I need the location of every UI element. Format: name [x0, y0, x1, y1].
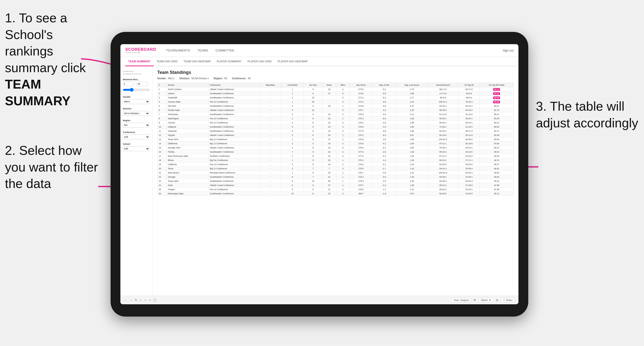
col-vs-top25: Vs Top 25: [458, 83, 480, 87]
cell-avg-to-par: -5.2: [372, 87, 396, 92]
main-nav: TOURNAMENTS TEAMS COMMITTEE: [166, 48, 503, 53]
reload-icon[interactable]: ↻: [135, 298, 137, 302]
cell-conference: Southeastern Conference: [208, 150, 260, 154]
nav-teams[interactable]: TEAMS: [198, 48, 208, 53]
share-btn[interactable]: ⇧ Share: [501, 298, 515, 303]
cell-conference: Pac-12 Conference: [208, 100, 260, 104]
sign-out-link[interactable]: Sign out: [503, 49, 514, 52]
cell-vs-top50: 53.58: [480, 142, 514, 146]
cell-avg-to-par: -6.2: [372, 146, 396, 150]
table-row: 18 Illinois Big Ten Conference - 1 9 23 …: [158, 158, 514, 163]
cell-adj-score: 279.7: [350, 183, 372, 187]
watch-btn[interactable]: Watch ▼: [479, 298, 494, 303]
cell-wins: 2: [336, 142, 350, 146]
cell-avg-to-par: -6.0: [372, 117, 396, 121]
cell-school: Texas: [166, 167, 208, 171]
cell-school: California: [166, 163, 208, 167]
home-icon[interactable]: ⌂: [140, 298, 142, 302]
cell-vs-top25: 40-38-2: [458, 137, 480, 142]
region-select[interactable]: N/A: [123, 123, 150, 128]
rank-max-input[interactable]: [136, 82, 148, 86]
cell-reg-rank: -: [260, 112, 281, 117]
cell-avg-low: 1.98: [396, 121, 428, 125]
cell-vs-top25: 31-19-0: [458, 112, 480, 117]
cell-rank: 6: [158, 108, 166, 112]
resize-icon[interactable]: ⊖: [496, 298, 498, 302]
cell-adj-score: 276.9: [350, 142, 372, 146]
cell-school: Washington: [166, 117, 208, 121]
view-original-btn[interactable]: View: Original: [451, 298, 471, 303]
cell-avg-to-par: -5.0: [372, 104, 396, 108]
cell-adj-score: 276.9: [350, 125, 372, 129]
cell-no-tour: 4: [304, 142, 322, 146]
cell-overall: 88-17-0: [428, 87, 458, 92]
sub-nav-player-h2h-heatmap[interactable]: PLAYER H2H HEATMAP: [275, 57, 311, 66]
cell-vs-top25: 54-6-0: [458, 92, 480, 96]
cell-reg-rank: -: [260, 96, 281, 100]
sub-nav-player-h2h-grid[interactable]: PLAYER H2H GRID: [245, 57, 275, 66]
sub-nav-team-summary[interactable]: TEAM SUMMARY: [125, 57, 154, 66]
sub-nav-player-summary[interactable]: PLAYER SUMMARY: [214, 57, 245, 66]
table-row: 20 Texas Big 12 Conference - 3 7 7 0 278…: [158, 167, 514, 171]
cell-wins: 0: [336, 192, 350, 196]
rank-min-input[interactable]: [123, 82, 134, 86]
cell-vs-top25: 33-44-3: [458, 179, 480, 183]
cell-adj-score: 278.2: [350, 163, 372, 167]
cell-rnds: 7: [322, 167, 336, 171]
cell-avg-low: 1.55: [396, 154, 428, 158]
cell-conf-rank: 7: [281, 150, 304, 154]
cell-school: Illinois: [166, 158, 208, 163]
cell-reg-rank: -: [260, 108, 281, 112]
division-select[interactable]: NCAA Division I: [123, 111, 150, 116]
plus-icon[interactable]: +: [149, 298, 151, 302]
sub-nav-team-h2h-heatmap[interactable]: TEAM H2H HEATMAP: [180, 57, 214, 66]
table-row: 21 New Mexico Mountain West Conference -…: [158, 171, 514, 175]
cell-school: Mississippi State: [166, 192, 208, 196]
nav-committee[interactable]: COMMITTEE: [216, 48, 234, 53]
cell-overall: 95-29-0: [428, 108, 458, 112]
cell-overall: 60-39-2: [428, 192, 458, 196]
cell-adj-score: 277.5: [350, 154, 372, 158]
cell-no-tour: 9: [304, 158, 322, 163]
cell-overall: 86-25-1: [428, 121, 458, 125]
cell-rank: 24: [158, 183, 166, 187]
cell-school: Virginia: [166, 133, 208, 137]
cell-rnds: 23: [322, 146, 336, 150]
cell-vs-top25: 39-23-1: [458, 121, 480, 125]
cell-overall: 66-42-1: [428, 187, 458, 192]
sub-nav-team-h2h-grid[interactable]: TEAM H2H GRID: [154, 57, 180, 66]
conference-select[interactable]: (All): [123, 135, 150, 139]
cell-adj-score: 276.9: [350, 137, 372, 142]
cell-rnds: 21: [322, 187, 336, 192]
cell-vs-top50: 46.91: [480, 167, 514, 171]
cell-conf-rank: 4: [281, 163, 304, 167]
forward-icon[interactable]: →: [130, 298, 132, 302]
cell-vs-top50: 48.54: [480, 175, 514, 179]
cell-rank: 5: [158, 104, 166, 108]
nav-tournaments[interactable]: TOURNAMENTS: [166, 48, 190, 53]
rank-range-slider[interactable]: [123, 88, 150, 92]
bookmark-icon[interactable]: ☆: [144, 298, 147, 302]
cell-avg-low: 1.98: [396, 117, 428, 121]
school-select[interactable]: (All): [123, 146, 150, 151]
cell-vs-top25: 29-20-1: [458, 171, 480, 175]
cell-reg-rank: -: [260, 146, 281, 150]
cell-no-tour: 7: [304, 167, 322, 171]
cell-school: Oklahoma: [166, 142, 208, 146]
cell-rank: 25: [158, 187, 166, 192]
cell-adj-score: 279.3: [350, 179, 372, 183]
cell-vs-top25: 36-17-2: [458, 129, 480, 133]
gender-select[interactable]: Men's: [123, 99, 150, 104]
cell-avg-low: 3.01: [396, 133, 428, 137]
cell-rank: 13: [158, 137, 166, 142]
cell-avg-low: 1.53: [396, 163, 428, 167]
cell-conference: Southeastern Conference: [208, 129, 260, 133]
cell-school: Florida State: [166, 108, 208, 112]
cell-overall: 63-15-1: [428, 104, 458, 108]
cell-school: Auburn: [166, 92, 208, 96]
cell-conference: Southeastern Conference: [208, 179, 260, 183]
cell-rnds: 27: [322, 92, 336, 96]
cell-overall: 86-25-1: [428, 117, 458, 121]
clock-icon[interactable]: ◯: [153, 298, 156, 302]
back-icon[interactable]: ←: [124, 298, 127, 302]
